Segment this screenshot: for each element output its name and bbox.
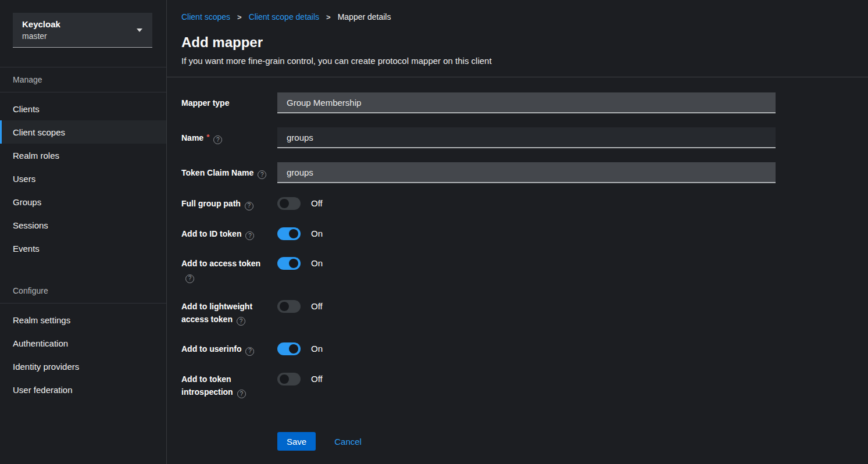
sidebar-item-clients[interactable]: Clients [0, 97, 166, 120]
help-icon[interactable]: ? [213, 135, 222, 144]
field-label-text: Add to access token [181, 259, 260, 268]
add-to-id-token-toggle[interactable] [277, 227, 301, 240]
nav-section-title: Configure [0, 279, 166, 304]
form-row-name: Name*? [181, 127, 776, 148]
toggle-state-label: Off [311, 197, 323, 210]
help-icon[interactable]: ? [245, 231, 254, 240]
toggle-knob [280, 302, 289, 311]
form-row-add-to-access-token: Add to access token?On [181, 257, 776, 283]
token-claim-name-input[interactable] [277, 162, 776, 183]
help-icon[interactable]: ? [258, 170, 266, 179]
realm-selector-title: Keycloak [22, 18, 143, 30]
add-to-userinfo-toggle[interactable] [277, 342, 301, 355]
add-to-lightweight-access-token-toggle[interactable] [277, 300, 301, 313]
app-root: Keycloak master ManageClientsClient scop… [0, 0, 868, 464]
realm-selector[interactable]: Keycloak master [13, 13, 152, 48]
field-control: On [277, 227, 776, 240]
toggle-knob [280, 199, 289, 208]
field-control: Off [277, 300, 776, 313]
mapper-type-input[interactable] [277, 92, 776, 113]
realm-selector-realm: master [22, 30, 143, 42]
sidebar-item-events[interactable]: Events [0, 237, 166, 260]
name-input[interactable] [277, 127, 776, 148]
sidebar-item-users[interactable]: Users [0, 167, 166, 190]
sidebar-item-identity-providers[interactable]: Identity providers [0, 355, 166, 378]
form-row-add-to-lightweight-access-token: Add to lightweight access token?Off [181, 300, 776, 326]
help-icon[interactable]: ? [237, 390, 246, 398]
chevron-down-icon [137, 28, 142, 32]
sidebar-item-realm-roles[interactable]: Realm roles [0, 144, 166, 167]
field-label-text: Add to userinfo [181, 344, 241, 354]
nav-section-title: Manage [0, 67, 166, 92]
form-row-token-claim-name: Token Claim Name? [181, 162, 776, 183]
form-row-add-to-userinfo: Add to userinfo?On [181, 342, 776, 356]
field-label-text: Name [181, 133, 203, 142]
field-label-text: Full group path [181, 199, 241, 208]
field-control: Off [277, 197, 776, 210]
required-marker: * [206, 133, 209, 141]
sidebar-nav: ManageClientsClient scopesRealm rolesUse… [0, 67, 166, 406]
help-icon[interactable]: ? [245, 347, 254, 356]
full-group-path-toggle[interactable] [277, 197, 301, 210]
field-label-token-claim-name: Token Claim Name? [181, 166, 277, 180]
toggle-knob [289, 344, 298, 354]
toggle-knob [289, 259, 298, 268]
help-icon[interactable]: ? [237, 317, 245, 326]
form-row-mapper-type: Mapper type [181, 92, 776, 113]
field-label-mapper-type: Mapper type [181, 97, 277, 109]
page-subtitle: If you want more fine-grain control, you… [181, 55, 845, 67]
nav-section-configure: ConfigureRealm settingsAuthenticationIde… [0, 279, 166, 406]
field-label-text: Add to token introspection [181, 374, 233, 397]
breadcrumb: Client scopes>Client scope details>Mappe… [181, 12, 845, 22]
toggle-knob [280, 374, 289, 384]
toggle-state-label: On [311, 227, 323, 240]
field-label-text: Add to ID token [181, 229, 241, 238]
add-to-access-token-toggle[interactable] [277, 257, 301, 270]
breadcrumb-item-client-scope-details[interactable]: Client scope details [249, 12, 319, 22]
field-label-text: Token Claim Name [181, 168, 253, 177]
toggle-state-label: Off [311, 373, 323, 386]
sidebar-item-client-scopes[interactable]: Client scopes [0, 120, 166, 144]
sidebar-item-realm-settings[interactable]: Realm settings [0, 308, 166, 331]
toggle-state-label: On [311, 257, 323, 270]
save-button[interactable]: Save [277, 432, 316, 451]
toggle-state-label: On [311, 342, 323, 355]
form-actions: Save Cancel [277, 432, 868, 451]
add-to-token-introspection-toggle[interactable] [277, 373, 301, 386]
sidebar-item-user-federation[interactable]: User federation [0, 378, 166, 401]
sidebar: Keycloak master ManageClientsClient scop… [0, 0, 167, 464]
main-content: Client scopes>Client scope details>Mappe… [167, 0, 868, 464]
field-label-full-group-path: Full group path? [181, 197, 277, 210]
help-icon[interactable]: ? [185, 274, 194, 283]
field-label-add-to-lightweight-access-token: Add to lightweight access token? [181, 300, 277, 326]
field-label-text: Mapper type [181, 98, 229, 108]
cancel-button[interactable]: Cancel [334, 437, 362, 447]
field-label-add-to-userinfo: Add to userinfo? [181, 342, 277, 356]
nav-section-manage: ManageClientsClient scopesRealm rolesUse… [0, 67, 166, 265]
field-label-add-to-token-introspection: Add to token introspection? [181, 373, 277, 399]
breadcrumb-item-client-scopes[interactable]: Client scopes [181, 12, 230, 22]
sidebar-item-groups[interactable]: Groups [0, 190, 166, 213]
nav-list: ClientsClient scopesRealm rolesUsersGrou… [0, 92, 166, 265]
page-header: Client scopes>Client scope details>Mappe… [167, 0, 868, 77]
field-control [277, 127, 776, 148]
field-label-add-to-access-token: Add to access token? [181, 257, 277, 283]
help-icon[interactable]: ? [245, 202, 253, 210]
breadcrumb-separator-icon: > [326, 12, 331, 22]
field-control: On [277, 342, 776, 355]
breadcrumb-separator-icon: > [237, 12, 242, 22]
sidebar-item-authentication[interactable]: Authentication [0, 331, 166, 355]
field-control [277, 162, 776, 183]
sidebar-item-sessions[interactable]: Sessions [0, 213, 166, 237]
field-control: On [277, 257, 776, 270]
toggle-knob [289, 229, 298, 238]
form-row-add-to-id-token: Add to ID token?On [181, 227, 776, 241]
nav-list: Realm settingsAuthenticationIdentity pro… [0, 304, 166, 406]
form-rows: Mapper typeName*?Token Claim Name?Full g… [181, 92, 868, 398]
toggle-state-label: Off [311, 300, 323, 313]
page-title: Add mapper [181, 34, 845, 51]
field-control [277, 92, 776, 113]
mapper-form: Mapper typeName*?Token Claim Name?Full g… [167, 77, 868, 451]
field-control: Off [277, 373, 776, 386]
field-label-add-to-id-token: Add to ID token? [181, 227, 277, 241]
